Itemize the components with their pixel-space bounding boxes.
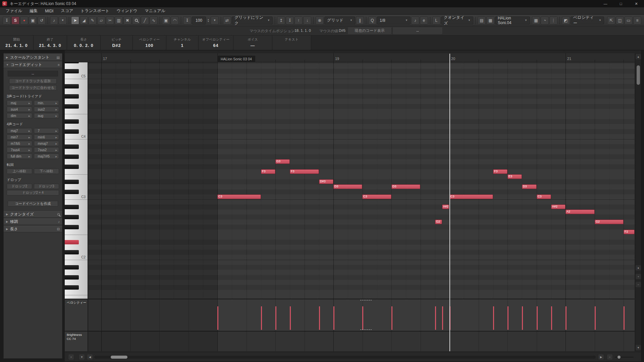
- quantize-preset-dropdown[interactable]: 1/8▼: [377, 16, 411, 24]
- open-quantize-panel-button[interactable]: e: [420, 16, 428, 24]
- black-key[interactable]: [65, 265, 79, 269]
- split-tool-button[interactable]: ✂: [106, 16, 114, 24]
- snapshot-icon[interactable]: ▣: [29, 16, 37, 24]
- chord-button-m7b5[interactable]: m7/b5▶: [7, 141, 32, 146]
- section-chord-edit[interactable]: ▼ コードエディット ≡: [4, 62, 62, 68]
- chord-button-fulldim[interactable]: full dim▶: [7, 154, 32, 159]
- keyboard-collapse-button[interactable]: ▼: [79, 354, 85, 360]
- chord-button-maj7#5[interactable]: maj7/#5▶: [34, 154, 59, 159]
- cc-lane[interactable]: [88, 331, 635, 351]
- black-key[interactable]: [65, 215, 79, 219]
- midi-note-F2[interactable]: F2: [624, 230, 635, 234]
- vzoom-in-button[interactable]: +: [636, 274, 641, 279]
- menu-window[interactable]: ウィンドウ: [113, 8, 141, 14]
- record-button[interactable]: ●: [20, 16, 28, 24]
- keyboard-zoom-button[interactable]: +: [68, 354, 74, 360]
- iterative-quantize-icon[interactable]: ♪: [411, 16, 419, 24]
- insert-velocity-icon[interactable]: ↧: [183, 16, 191, 24]
- play-chord-icon[interactable]: ▶: [55, 130, 57, 132]
- vscroll-thumb[interactable]: [637, 65, 640, 85]
- velocity-lane[interactable]: [88, 299, 635, 331]
- auto-select-controllers-button[interactable]: ▣: [162, 16, 170, 24]
- note-grid[interactable]: C3F3G3F3D#3D3C3D3G2A#2C3F3E3D3C3A#2A2G2F…: [88, 62, 635, 299]
- chord-button-sus4[interactable]: sus4▶: [7, 107, 32, 112]
- window-zones-icon[interactable]: ▭: [625, 16, 633, 24]
- velocity-bar[interactable]: [290, 306, 291, 330]
- create-chord-event-button[interactable]: コードイベントを作成: [8, 201, 58, 206]
- chord-button-sus2[interactable]: sus2▶: [34, 107, 59, 112]
- export-icon[interactable]: ⇱: [607, 16, 615, 24]
- info-field-text[interactable]: テキスト: [272, 36, 311, 50]
- velocity-bar[interactable]: [566, 306, 567, 330]
- black-key[interactable]: [65, 165, 79, 169]
- play-chord-icon[interactable]: ▶: [55, 149, 57, 151]
- black-key[interactable]: [65, 155, 79, 159]
- chord-button-min6[interactable]: min6▶: [34, 134, 59, 140]
- midi-note-D#3[interactable]: D#3: [319, 179, 333, 184]
- acoustic-feedback-icon[interactable]: ♪: [50, 16, 58, 24]
- midi-note-A2[interactable]: A2: [566, 209, 595, 214]
- midi-note-D3[interactable]: D3: [391, 184, 420, 189]
- zoom-tool-button[interactable]: [132, 16, 140, 24]
- grid-type-dropdown[interactable]: グリッド▼: [324, 16, 355, 24]
- match-chord-track-button[interactable]: コードトラックに合わせる: [9, 85, 57, 90]
- ruler[interactable]: 17192021: [65, 53, 635, 62]
- midi-note-C3[interactable]: C3: [217, 194, 261, 199]
- window-layout-icon[interactable]: ◫: [616, 16, 624, 24]
- play-chord-icon[interactable]: ▶: [29, 155, 30, 158]
- chord-button-min7[interactable]: min7▶: [7, 134, 32, 140]
- colors-grid-icon[interactable]: ▦: [532, 16, 540, 24]
- velocity-bar[interactable]: [261, 306, 262, 330]
- grid-link-dropdown[interactable]: グリッドにリンク▼: [232, 16, 273, 24]
- move-up-button[interactable]: ↑: [294, 16, 303, 24]
- midi-note-G3[interactable]: G3: [275, 159, 290, 164]
- length-quantize-dropdown[interactable]: クオンタイズ▼: [441, 16, 473, 24]
- playhead[interactable]: [449, 54, 450, 351]
- velocity-bar[interactable]: [319, 306, 320, 330]
- chord-button-dim[interactable]: dim▶: [7, 113, 32, 118]
- black-key[interactable]: [65, 129, 79, 134]
- chord-button-7sus2[interactable]: 7sus2▶: [34, 147, 59, 153]
- insert-velocity-value[interactable]: 100: [192, 16, 206, 24]
- midi-note-C3[interactable]: C3: [449, 194, 493, 199]
- info-field-voice[interactable]: ボイス—: [233, 36, 272, 50]
- event-colors-dropdown[interactable]: ベロシティー▼: [571, 16, 604, 24]
- black-key[interactable]: [65, 144, 79, 149]
- info-field-off-velocity[interactable]: オフベロシティー64: [199, 36, 233, 50]
- velocity-bar[interactable]: [595, 306, 596, 330]
- midi-note-D3[interactable]: D3: [522, 184, 537, 189]
- play-chord-icon[interactable]: ▶: [55, 155, 57, 158]
- midi-note-G2[interactable]: G2: [595, 220, 624, 224]
- info-field-velocity[interactable]: ベロシティー100: [133, 36, 166, 50]
- velocity-bar[interactable]: [624, 306, 625, 330]
- scroll-right-button[interactable]: ▶: [598, 354, 604, 360]
- chord-button-7[interactable]: 7▶: [34, 128, 59, 133]
- spin-down-icon[interactable]: ▼: [207, 20, 209, 22]
- hscroll-thumb[interactable]: [111, 356, 127, 359]
- velocity-bar[interactable]: [333, 306, 334, 330]
- menu-edit[interactable]: 編集: [26, 8, 41, 14]
- midi-note-A#2[interactable]: A#2: [442, 204, 449, 209]
- velocity-bar[interactable]: [507, 306, 508, 330]
- velocity-bar[interactable]: [362, 306, 363, 330]
- more-options-icon[interactable]: ⋮: [549, 16, 557, 24]
- line-tool-button[interactable]: ╱: [141, 16, 149, 24]
- quantize-q-icon[interactable]: Q: [368, 16, 376, 24]
- black-key[interactable]: [65, 69, 79, 73]
- midi-note-F3[interactable]: F3: [493, 169, 507, 174]
- link-grid-icon[interactable]: ⇄: [223, 16, 231, 24]
- menu-file[interactable]: ファイル: [2, 8, 26, 14]
- vscroll-down-button[interactable]: ▼: [636, 345, 641, 350]
- select-tool-button[interactable]: ➤: [71, 16, 79, 24]
- vscroll-up-button[interactable]: ▲: [636, 54, 641, 59]
- black-key[interactable]: [65, 94, 79, 99]
- erase-tool-button[interactable]: ▱: [97, 16, 105, 24]
- vzoom-out-button[interactable]: −: [636, 282, 641, 287]
- midi-note-C3[interactable]: C3: [362, 194, 391, 199]
- length-l-icon[interactable]: L: [432, 16, 440, 24]
- section-quantize[interactable]: ▶ クオンタイズ: [4, 211, 62, 218]
- black-key[interactable]: [65, 250, 79, 254]
- clock-icon[interactable]: ◔: [541, 16, 549, 24]
- info-field-channel[interactable]: チャンネル1: [166, 36, 199, 50]
- glue-tool-button[interactable]: ▥: [115, 16, 123, 24]
